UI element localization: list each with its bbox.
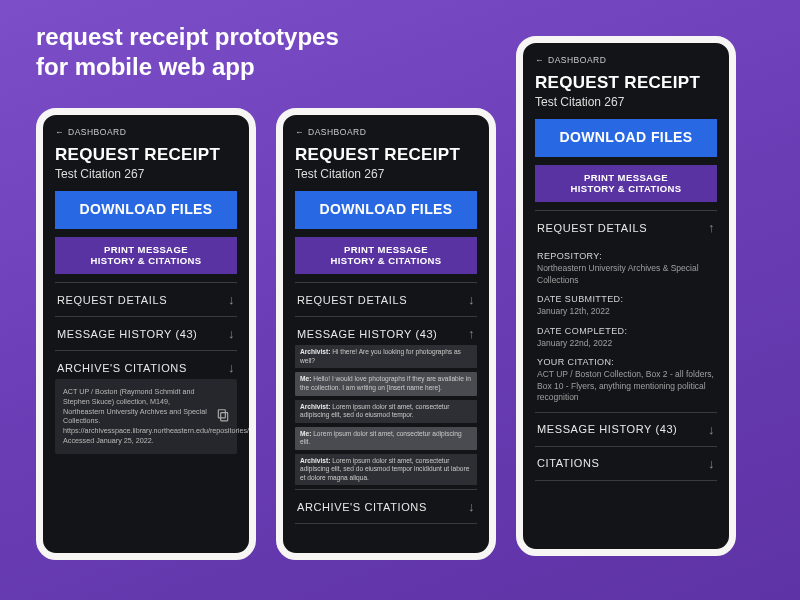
detail-submitted-label: DATE SUBMITTED: bbox=[537, 294, 715, 304]
section-archives-citations[interactable]: ARCHIVE'S CITATIONS ↓ bbox=[55, 350, 237, 379]
message-archivist: Archivist: Hi there! Are you looking for… bbox=[295, 345, 477, 368]
download-files-button[interactable]: DOWNLOAD FILES bbox=[535, 119, 717, 157]
message-archivist: Archivist: Lorem ipsum dolor sit amet, c… bbox=[295, 400, 477, 423]
prototype-3: ← DASHBOARD REQUEST RECEIPT Test Citatio… bbox=[516, 36, 736, 556]
section-label: MESSAGE HISTORY (43) bbox=[57, 328, 197, 340]
back-link[interactable]: ← DASHBOARD bbox=[535, 55, 717, 65]
copy-icon[interactable] bbox=[216, 408, 230, 424]
back-label: DASHBOARD bbox=[308, 127, 366, 137]
message-list: Archivist: Hi there! Are you looking for… bbox=[295, 345, 477, 485]
section-message-history[interactable]: MESSAGE HISTORY (43) ↑ bbox=[295, 316, 477, 345]
section-label: REQUEST DETAILS bbox=[537, 222, 647, 234]
detail-completed-label: DATE COMPLETED: bbox=[537, 326, 715, 336]
section-label: MESSAGE HISTORY (43) bbox=[537, 423, 677, 435]
back-link[interactable]: ← DASHBOARD bbox=[295, 127, 477, 137]
page-title: REQUEST RECEIPT bbox=[295, 145, 477, 165]
heading-line-1: request receipt prototypes bbox=[36, 22, 339, 52]
section-label: REQUEST DETAILS bbox=[57, 294, 167, 306]
section-label: ARCHIVE'S CITATIONS bbox=[297, 501, 427, 513]
print-line-2: HISTORY & CITATIONS bbox=[90, 255, 201, 266]
chevron-down-icon: ↓ bbox=[228, 292, 235, 307]
chevron-down-icon: ↓ bbox=[468, 292, 475, 307]
page-subtitle: Test Citation 267 bbox=[295, 167, 477, 181]
download-files-button[interactable]: DOWNLOAD FILES bbox=[295, 191, 477, 229]
detail-citation-label: YOUR CITATION: bbox=[537, 357, 715, 367]
section-label: REQUEST DETAILS bbox=[297, 294, 407, 306]
detail-citation-value: ACT UP / Boston Collection, Box 2 - all … bbox=[537, 369, 715, 403]
svg-rect-0 bbox=[221, 413, 228, 421]
back-label: DASHBOARD bbox=[68, 127, 126, 137]
chevron-down-icon: ↓ bbox=[228, 326, 235, 341]
section-label: CITATIONS bbox=[537, 457, 599, 469]
chevron-down-icon: ↓ bbox=[708, 456, 715, 471]
section-label: MESSAGE HISTORY (43) bbox=[297, 328, 437, 340]
page-title: REQUEST RECEIPT bbox=[535, 73, 717, 93]
citation-text: ACT UP / Boston (Raymond Schmidt and Ste… bbox=[63, 387, 229, 445]
print-history-button[interactable]: PRINT MESSAGE HISTORY & CITATIONS bbox=[535, 165, 717, 203]
request-details-body: REPOSITORY: Northeastern University Arch… bbox=[535, 239, 717, 411]
phones-row: ← DASHBOARD REQUEST RECEIPT Test Citatio… bbox=[36, 108, 764, 588]
prototype-1: ← DASHBOARD REQUEST RECEIPT Test Citatio… bbox=[36, 108, 256, 560]
back-link[interactable]: ← DASHBOARD bbox=[55, 127, 237, 137]
back-label: DASHBOARD bbox=[548, 55, 606, 65]
page-title: REQUEST RECEIPT bbox=[55, 145, 237, 165]
section-label: ARCHIVE'S CITATIONS bbox=[57, 362, 187, 374]
arrow-left-icon: ← bbox=[535, 55, 544, 65]
section-request-details[interactable]: REQUEST DETAILS ↓ bbox=[295, 282, 477, 316]
print-line-1: PRINT MESSAGE bbox=[344, 244, 428, 255]
print-line-2: HISTORY & CITATIONS bbox=[570, 183, 681, 194]
svg-rect-1 bbox=[218, 410, 225, 418]
chevron-down-icon: ↓ bbox=[468, 499, 475, 514]
page-heading: request receipt prototypes for mobile we… bbox=[36, 22, 339, 82]
chevron-up-icon: ↑ bbox=[708, 220, 715, 235]
detail-submitted-value: January 12th, 2022 bbox=[537, 306, 715, 317]
chevron-up-icon: ↑ bbox=[468, 326, 475, 341]
print-line-1: PRINT MESSAGE bbox=[104, 244, 188, 255]
section-archives-citations[interactable]: ARCHIVE'S CITATIONS ↓ bbox=[295, 489, 477, 524]
print-line-1: PRINT MESSAGE bbox=[584, 172, 668, 183]
arrow-left-icon: ← bbox=[295, 127, 304, 137]
print-history-button[interactable]: PRINT MESSAGE HISTORY & CITATIONS bbox=[295, 237, 477, 275]
section-message-history[interactable]: MESSAGE HISTORY (43) ↓ bbox=[535, 412, 717, 446]
chevron-down-icon: ↓ bbox=[708, 422, 715, 437]
prototype-2: ← DASHBOARD REQUEST RECEIPT Test Citatio… bbox=[276, 108, 496, 560]
section-request-details[interactable]: REQUEST DETAILS ↑ bbox=[535, 210, 717, 239]
section-citations[interactable]: CITATIONS ↓ bbox=[535, 446, 717, 481]
chevron-down-icon: ↓ bbox=[228, 360, 235, 375]
page-subtitle: Test Citation 267 bbox=[535, 95, 717, 109]
citation-panel: ACT UP / Boston (Raymond Schmidt and Ste… bbox=[55, 379, 237, 453]
message-me: Me: Hello! I would love photographs if t… bbox=[295, 372, 477, 395]
arrow-left-icon: ← bbox=[55, 127, 64, 137]
message-archivist: Archivist: Lorem ipsum dolor sit amet, c… bbox=[295, 454, 477, 486]
print-line-2: HISTORY & CITATIONS bbox=[330, 255, 441, 266]
page-subtitle: Test Citation 267 bbox=[55, 167, 237, 181]
section-message-history[interactable]: MESSAGE HISTORY (43) ↓ bbox=[55, 316, 237, 350]
message-me: Me: Lorem ipsum dolor sit amet, consecte… bbox=[295, 427, 477, 450]
detail-repository-value: Northeastern University Archives & Speci… bbox=[537, 263, 715, 286]
download-files-button[interactable]: DOWNLOAD FILES bbox=[55, 191, 237, 229]
detail-completed-value: January 22nd, 2022 bbox=[537, 338, 715, 349]
detail-repository-label: REPOSITORY: bbox=[537, 251, 715, 261]
section-request-details[interactable]: REQUEST DETAILS ↓ bbox=[55, 282, 237, 316]
print-history-button[interactable]: PRINT MESSAGE HISTORY & CITATIONS bbox=[55, 237, 237, 275]
heading-line-2: for mobile web app bbox=[36, 52, 339, 82]
